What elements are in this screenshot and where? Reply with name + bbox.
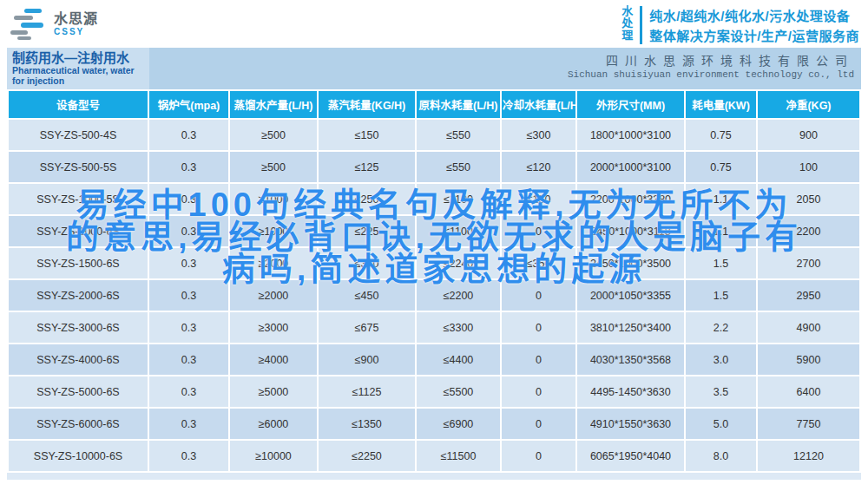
company-name-cn: 四川水思源环境科技有限公司 — [149, 53, 854, 69]
cell: ≥2000 — [230, 248, 317, 278]
top-right-slogan-block: 水处理 纯水/超纯水/纯化水/污水处理设备 整体解决方案设计/生产/运营服务商 — [619, 5, 859, 45]
cell: ≤150 — [502, 184, 575, 214]
cell: ≤340 — [319, 248, 415, 278]
cell: SSY-ZS-1500-6S — [9, 248, 148, 278]
table-header-row: 设备型号锅炉气(mpa)蒸馏水产量(L/H)蒸汽耗量(KG/H)原料水耗量(L/… — [9, 91, 859, 118]
slogan-line-2: 整体解决方案设计/生产/运营服务商 — [649, 26, 859, 44]
table-row: SSY-ZS-10000-6S0.3≥10000≤2250≤1150006065… — [9, 441, 859, 471]
cell: ≥10000 — [230, 441, 317, 471]
top-bar: 水思源 CSSY 水处理 纯水/超纯水/纯化水/污水处理设备 整体解决方案设计/… — [0, 0, 868, 48]
cell: 1800*1000*3100 — [577, 120, 684, 150]
cell: ≤5500 — [417, 376, 500, 407]
table-bottom-strip — [7, 473, 861, 480]
column-header: 外形尺寸(MM) — [577, 91, 684, 118]
slogan-divider — [640, 6, 642, 44]
cell: ≥2000 — [230, 280, 317, 311]
cell: 3.0 — [686, 344, 756, 375]
column-header: 蒸馏水产量(L/H) — [230, 91, 317, 118]
column-header: 冷却水耗量(L/H) — [502, 91, 575, 118]
company-name-en: Sichuan shuisiyuan environment technolog… — [149, 69, 854, 81]
cell: ≤1100 — [417, 184, 500, 214]
cell: 0.3 — [149, 152, 228, 182]
cell: 7750 — [758, 409, 859, 439]
cell: 8.0 — [686, 441, 756, 471]
cell: 0.3 — [149, 409, 228, 439]
cell: 0 — [502, 216, 575, 246]
cell: 1.5 — [686, 280, 756, 311]
column-header: 设备型号 — [9, 91, 148, 118]
cell: 0.75 — [686, 120, 756, 150]
cell: 2050 — [758, 184, 859, 214]
cell: 0 — [502, 280, 575, 311]
cell: ≤2250 — [319, 441, 415, 471]
cell: 0.3 — [149, 248, 228, 278]
cell: 6400 — [758, 376, 859, 407]
cell: SSY-ZS-3000-6S — [9, 312, 148, 343]
cell: 0.3 — [149, 216, 228, 246]
cell: 0.3 — [149, 280, 228, 311]
section-title-cn: 制药用水—注射用水 — [12, 50, 144, 65]
section-title-en: Pharmaceutical water, water for injectio… — [12, 65, 144, 86]
cell: ≤150 — [319, 120, 415, 150]
cell: ≥3000 — [230, 312, 317, 343]
cell: ≤250 — [319, 184, 415, 214]
cell: 2.2 — [686, 312, 756, 343]
cssy-logo-icon — [9, 7, 49, 42]
section-title-box: 制药用水—注射用水 Pharmaceutical water, water fo… — [7, 48, 149, 89]
cell: 0 — [502, 441, 575, 471]
column-header: 蒸汽耗量(KG/H) — [319, 91, 415, 118]
cell: ≤550 — [417, 152, 500, 182]
table-row: SSY-ZS-6000-6S0.3≥6000≤1350≤690004910*15… — [9, 409, 859, 439]
table-row: SSY-ZS-1000-5S0.3≥1000≤250≤1100≤1502200*… — [9, 184, 859, 214]
column-header: 耗电量(KW) — [686, 91, 756, 118]
cell: 5900 — [758, 344, 859, 375]
cell: ≤225 — [319, 216, 415, 246]
cell: SSY-ZS-1000-6S — [9, 216, 148, 246]
cell: SSY-ZS-500-4S — [9, 120, 148, 150]
cell: 0.3 — [149, 312, 228, 343]
column-header: 锅炉气(mpa) — [149, 91, 228, 118]
column-header: 净重(KG) — [758, 91, 859, 118]
table-row: SSY-ZS-2000-6S0.3≥2000≤450≤220002000*105… — [9, 280, 859, 311]
cell: SSY-ZS-500-5S — [9, 152, 148, 182]
slogan-line-1: 纯水/超纯水/纯化水/污水处理设备 — [649, 6, 859, 24]
cell: ≥6000 — [230, 409, 317, 439]
table-row: SSY-ZS-4000-6S0.3≥4000≤900≤440004030*135… — [9, 344, 859, 375]
cell: 0 — [502, 409, 575, 439]
cell: ≤675 — [319, 312, 415, 343]
cell: 1.1 — [686, 216, 756, 246]
cell: ≤1100 — [417, 216, 500, 246]
cell: ≤6900 — [417, 409, 500, 439]
cell: ≥500 — [230, 120, 317, 150]
table-row: SSY-ZS-500-4S0.3≥500≤150≤550≤3001800*100… — [9, 120, 859, 150]
cell: ≤2200 — [417, 280, 500, 311]
cell: ≤1125 — [319, 376, 415, 407]
cell: 4910*1550*3630 — [577, 409, 684, 439]
cell: 0.3 — [149, 184, 228, 214]
table-row: SSY-ZS-500-5S0.3≥500≤125≤550≤1202000*100… — [9, 152, 859, 182]
cell: 2200 — [758, 216, 859, 246]
cell: 0.75 — [686, 152, 756, 182]
brand-name-en: CSSY — [54, 28, 98, 36]
cell: ≤2240 — [417, 248, 500, 278]
cell: SSY-ZS-4000-6S — [9, 344, 148, 375]
cell: 1.1 — [686, 184, 756, 214]
cell: SSY-ZS-5000-6S — [9, 376, 148, 407]
column-header: 原料水耗量(L/H) — [417, 91, 500, 118]
table-row: SSY-ZS-5000-6S0.3≥5000≤1125≤550004495-14… — [9, 376, 859, 407]
cell: ≥1000 — [230, 216, 317, 246]
cell: 4495-1450*3630 — [577, 376, 684, 407]
cell: SSY-ZS-6000-6S — [9, 409, 148, 439]
cell: 0.3 — [149, 120, 228, 150]
cell: ≥1000 — [230, 184, 317, 214]
cell: ≤900 — [319, 344, 415, 375]
cell: 2200*1000*3380 — [577, 184, 684, 214]
cell: ≤300 — [502, 120, 575, 150]
table-row: SSY-ZS-1500-6S0.3≥2000≤340≤2240≤3502450*… — [9, 248, 859, 278]
cell: 2000*1050*3355 — [577, 280, 684, 311]
section-band: 制药用水—注射用水 Pharmaceutical water, water fo… — [7, 48, 861, 89]
cell: SSY-ZS-2000-6S — [9, 280, 148, 311]
cell: ≤11500 — [417, 441, 500, 471]
cell: 0 — [502, 376, 575, 407]
cell: ≤3300 — [417, 312, 500, 343]
